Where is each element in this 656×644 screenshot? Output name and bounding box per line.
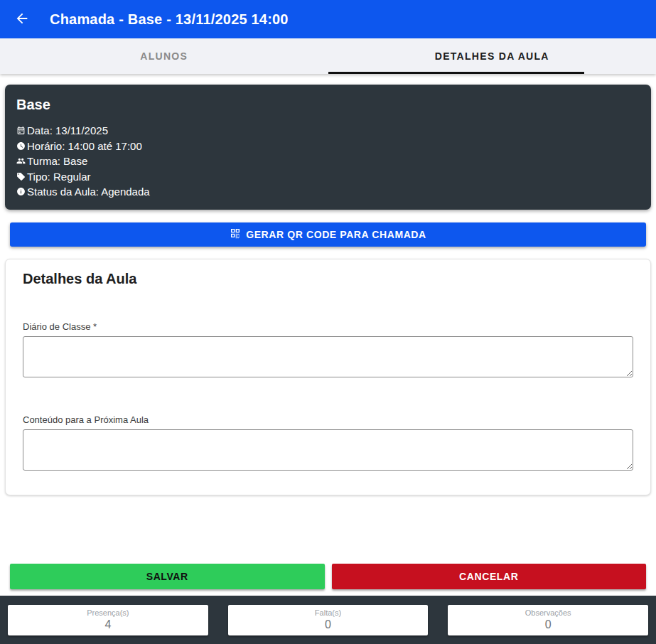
tab-bar: ALUNOS DETALHES DA AULA [0, 38, 656, 74]
app-bar: Chamada - Base - 13/11/2025 14:00 [0, 0, 656, 38]
tag-icon [16, 171, 26, 181]
class-date-text: Data: 13/11/2025 [27, 124, 108, 136]
arrow-back-icon [14, 11, 30, 28]
absence-label: Falta(s) [315, 608, 341, 618]
generate-qr-code-button[interactable]: GERAR QR CODE PARA CHAMADA [10, 222, 646, 247]
page-title: Chamada - Base - 13/11/2025 14:00 [50, 11, 289, 28]
presence-label: Presença(s) [87, 608, 129, 618]
class-diary-label: Diário de Classe * [23, 321, 633, 332]
summary-bar: Presença(s) 4 Falta(s) 0 Observações 0 [0, 596, 656, 644]
presence-value: 4 [104, 618, 111, 631]
class-group-text: Turma: Base [27, 155, 87, 167]
class-time-text: Horário: 14:00 até 17:00 [27, 140, 142, 152]
class-name: Base [16, 97, 640, 113]
next-lesson-content-field: Conteúdo para a Próxima Aula [23, 414, 633, 473]
observations-stat: Observações 0 [448, 605, 648, 635]
class-status-text: Status da Aula: Agendada [27, 186, 150, 198]
class-diary-field [23, 336, 633, 380]
class-type-row: Tipo: Regular [16, 169, 640, 185]
info-icon [16, 187, 26, 197]
back-button[interactable] [10, 7, 34, 31]
main-content: Base Data: 13/11/2025 Horário: 14:00 até… [0, 74, 656, 596]
class-date-row: Data: 13/11/2025 [16, 123, 640, 139]
class-type-text: Tipo: Regular [27, 171, 91, 183]
save-button[interactable]: SALVAR [10, 564, 325, 589]
lesson-details-card: Detalhes da Aula Diário de Classe * Cont… [5, 259, 651, 495]
class-status-row: Status da Aula: Agendada [16, 184, 640, 200]
observations-value: 0 [545, 618, 552, 631]
calendar-icon [16, 126, 26, 136]
observations-label: Observações [525, 608, 571, 618]
tab-detalhes-da-aula[interactable]: DETALHES DA AULA [328, 38, 656, 74]
tab-alunos-label: ALUNOS [140, 50, 188, 62]
content-spacer [0, 495, 656, 564]
absence-value: 0 [325, 618, 331, 631]
cancel-button[interactable]: CANCELAR [332, 564, 647, 589]
class-diary-input[interactable] [23, 336, 633, 377]
qr-button-label: GERAR QR CODE PARA CHAMADA [246, 229, 426, 240]
absence-stat: Falta(s) 0 [228, 605, 429, 635]
qr-code-icon [230, 227, 241, 241]
active-tab-indicator [328, 72, 584, 74]
class-info-card: Base Data: 13/11/2025 Horário: 14:00 até… [5, 85, 651, 210]
people-icon [16, 156, 26, 166]
clock-icon [16, 141, 26, 151]
tab-detalhes-label: DETALHES DA AULA [435, 50, 549, 62]
next-lesson-content-input[interactable] [23, 429, 633, 471]
tab-alunos[interactable]: ALUNOS [0, 38, 328, 74]
action-buttons-row: SALVAR CANCELAR [0, 564, 656, 589]
details-section-title: Detalhes da Aula [23, 271, 633, 287]
class-time-row: Horário: 14:00 até 17:00 [16, 139, 640, 154]
presence-stat: Presença(s) 4 [8, 605, 208, 635]
next-lesson-content-label: Conteúdo para a Próxima Aula [23, 414, 633, 425]
class-group-row: Turma: Base [16, 154, 640, 169]
attendance-screen: Chamada - Base - 13/11/2025 14:00 ALUNOS… [0, 0, 656, 644]
